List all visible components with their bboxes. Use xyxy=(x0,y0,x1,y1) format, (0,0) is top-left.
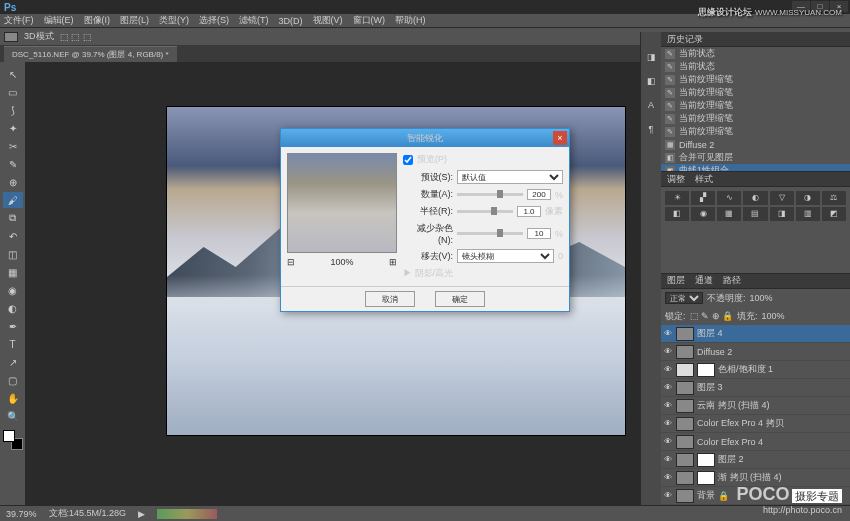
menu-type[interactable]: 类型(Y) xyxy=(159,14,189,27)
adj-lookup[interactable]: ▤ xyxy=(743,207,767,221)
history-panel-header[interactable]: 历史记录 xyxy=(661,32,850,47)
visibility-icon[interactable]: 👁 xyxy=(663,473,673,483)
blend-mode-select[interactable]: 正常 xyxy=(665,292,703,304)
visibility-icon[interactable]: 👁 xyxy=(663,401,673,411)
visibility-icon[interactable]: 👁 xyxy=(663,347,673,357)
menu-file[interactable]: 文件(F) xyxy=(4,14,34,27)
history-item[interactable]: ✎当前状态 xyxy=(661,60,850,73)
zoom-out-button[interactable]: ⊟ xyxy=(287,257,295,267)
zoom-tool[interactable]: 🔍 xyxy=(3,408,23,424)
layer-row[interactable]: 👁Color Efex Pro 4 xyxy=(661,433,850,451)
color-swatches[interactable] xyxy=(3,430,23,450)
panel-icon[interactable]: ◨ xyxy=(644,52,658,66)
document-tab[interactable]: DSC_5116.NEF @ 39.7% (图层 4, RGB/8) * xyxy=(4,46,177,62)
panel-icon[interactable]: ◧ xyxy=(644,76,658,90)
heal-tool[interactable]: ⊕ xyxy=(3,174,23,190)
visibility-icon[interactable]: 👁 xyxy=(663,383,673,393)
radius-value[interactable]: 1.0 xyxy=(517,206,541,217)
menu-layer[interactable]: 图层(L) xyxy=(120,14,149,27)
menu-filter[interactable]: 滤镜(T) xyxy=(239,14,269,27)
preview-checkbox[interactable] xyxy=(403,155,413,165)
menu-window[interactable]: 窗口(W) xyxy=(353,14,386,27)
amount-slider[interactable] xyxy=(457,193,523,196)
type-tool[interactable]: T xyxy=(3,336,23,352)
adj-photo[interactable]: ◉ xyxy=(691,207,715,221)
radius-slider[interactable] xyxy=(457,210,513,213)
visibility-icon[interactable]: 👁 xyxy=(663,365,673,375)
zoom-level[interactable]: 39.79% xyxy=(6,509,37,519)
crop-tool[interactable]: ✂ xyxy=(3,138,23,154)
menu-edit[interactable]: 编辑(E) xyxy=(44,14,74,27)
brush-tool[interactable]: 🖌 xyxy=(3,192,23,208)
gradient-tool[interactable]: ▦ xyxy=(3,264,23,280)
adj-threshold[interactable]: ◩ xyxy=(822,207,846,221)
panel-icon[interactable]: ¶ xyxy=(644,124,658,138)
dialog-titlebar[interactable]: 智能锐化 × xyxy=(281,129,569,147)
tool-preset[interactable] xyxy=(4,32,18,42)
visibility-icon[interactable]: 👁 xyxy=(663,419,673,429)
pen-tool[interactable]: ✒ xyxy=(3,318,23,334)
history-item[interactable]: ✎当前状态 xyxy=(661,47,850,60)
history-item[interactable]: ◧合并可见图层 xyxy=(661,151,850,164)
visibility-icon[interactable]: 👁 xyxy=(663,491,673,501)
adj-brightness[interactable]: ☀ xyxy=(665,191,689,205)
stamp-tool[interactable]: ⧉ xyxy=(3,210,23,226)
lasso-tool[interactable]: ⟆ xyxy=(3,102,23,118)
menu-3d[interactable]: 3D(D) xyxy=(279,16,303,26)
adj-hue[interactable]: ◑ xyxy=(796,191,820,205)
layers-panel-header[interactable]: 图层通道路径 xyxy=(661,274,850,289)
history-item[interactable]: ✎当前纹理缩笔 xyxy=(661,99,850,112)
visibility-icon[interactable]: 👁 xyxy=(663,455,673,465)
history-item[interactable]: ◩曲线1性组合 xyxy=(661,164,850,172)
eyedropper-tool[interactable]: ✎ xyxy=(3,156,23,172)
layer-row[interactable]: 👁图层 4 xyxy=(661,325,850,343)
adj-invert[interactable]: ◨ xyxy=(770,207,794,221)
remove-select[interactable]: 镜头模糊 xyxy=(457,249,554,263)
adj-vibrance[interactable]: ▽ xyxy=(770,191,794,205)
dodge-tool[interactable]: ◐ xyxy=(3,300,23,316)
cancel-button[interactable]: 取消 xyxy=(365,291,415,307)
history-item[interactable]: ✎当前纹理缩笔 xyxy=(661,125,850,138)
layer-row[interactable]: 👁图层 2 xyxy=(661,451,850,469)
shadow-highlight-toggle[interactable]: ▶ 阴影/高光 xyxy=(403,267,453,280)
adj-levels[interactable]: ▞ xyxy=(691,191,715,205)
noise-value[interactable]: 10 xyxy=(527,228,551,239)
wand-tool[interactable]: ✦ xyxy=(3,120,23,136)
menu-image[interactable]: 图像(I) xyxy=(84,14,111,27)
marquee-tool[interactable]: ▭ xyxy=(3,84,23,100)
amount-value[interactable]: 200 xyxy=(527,189,551,200)
visibility-icon[interactable]: 👁 xyxy=(663,437,673,447)
layer-row[interactable]: 👁Diffuse 2 xyxy=(661,343,850,361)
history-item[interactable]: ✎当前纹理缩笔 xyxy=(661,86,850,99)
ok-button[interactable]: 确定 xyxy=(435,291,485,307)
dialog-close-button[interactable]: × xyxy=(553,131,567,145)
blur-tool[interactable]: ◉ xyxy=(3,282,23,298)
adj-mixer[interactable]: ▦ xyxy=(717,207,741,221)
shape-tool[interactable]: ▢ xyxy=(3,372,23,388)
history-brush-tool[interactable]: ↶ xyxy=(3,228,23,244)
visibility-icon[interactable]: 👁 xyxy=(663,329,673,339)
history-item[interactable]: ✎当前纹理缩笔 xyxy=(661,73,850,86)
path-tool[interactable]: ↗ xyxy=(3,354,23,370)
move-tool[interactable]: ↖ xyxy=(3,66,23,82)
layer-row[interactable]: 👁图层 3 xyxy=(661,379,850,397)
panel-icon[interactable]: A xyxy=(644,100,658,114)
preview-image[interactable] xyxy=(287,153,397,253)
layer-row[interactable]: 👁色相/饱和度 1 xyxy=(661,361,850,379)
adj-poster[interactable]: ▥ xyxy=(796,207,820,221)
history-item[interactable]: ▦Diffuse 2 xyxy=(661,138,850,151)
eraser-tool[interactable]: ◫ xyxy=(3,246,23,262)
preset-select[interactable]: 默认值 xyxy=(457,170,563,184)
menu-view[interactable]: 视图(V) xyxy=(313,14,343,27)
menu-select[interactable]: 选择(S) xyxy=(199,14,229,27)
adj-balance[interactable]: ⚖ xyxy=(822,191,846,205)
layer-row[interactable]: 👁云南 拷贝 (扫描 4) xyxy=(661,397,850,415)
adj-curves[interactable]: ∿ xyxy=(717,191,741,205)
layer-row[interactable]: 👁Color Efex Pro 4 拷贝 xyxy=(661,415,850,433)
noise-slider[interactable] xyxy=(457,232,523,235)
hand-tool[interactable]: ✋ xyxy=(3,390,23,406)
zoom-in-button[interactable]: ⊞ xyxy=(389,257,397,267)
history-item[interactable]: ✎当前纹理缩笔 xyxy=(661,112,850,125)
adj-bw[interactable]: ◧ xyxy=(665,207,689,221)
adjust-panel-header[interactable]: 调整样式 xyxy=(661,172,850,187)
